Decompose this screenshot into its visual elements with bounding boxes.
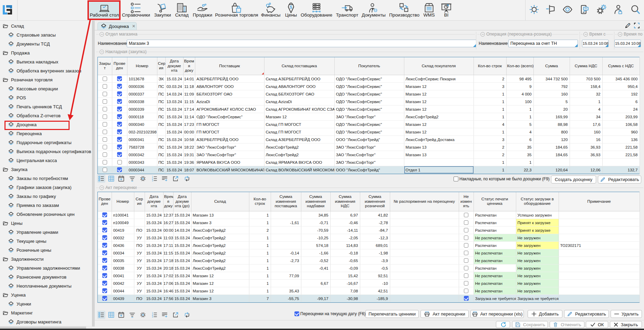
- svg-text:3: 3: [152, 316, 153, 318]
- svg-text:3: 3: [152, 179, 153, 182]
